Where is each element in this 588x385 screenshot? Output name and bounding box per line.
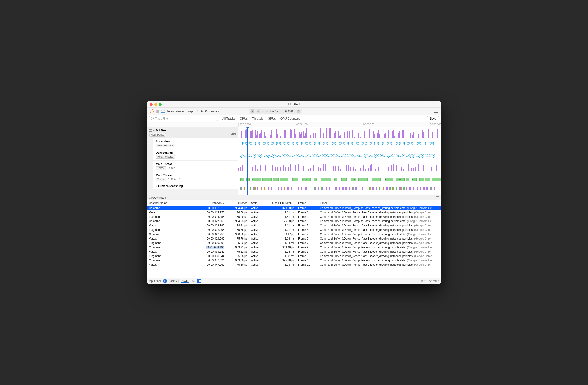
table-row[interactable]: Vertex 00:00.014.253 74.58 µs Active 1.3… [147, 210, 441, 214]
driver-label: Driver Processing [158, 184, 183, 188]
run-label: Run 12 of 12 [263, 110, 278, 113]
minimize-window-button[interactable] [154, 103, 157, 106]
sidebar-track-item[interactable]: Deallocation Metal Resource [153, 149, 238, 160]
filter-icon [151, 117, 154, 120]
zoom-window-button[interactable] [159, 103, 162, 106]
table-row[interactable]: Compute 00:00.013.315 904.46 µs Active 3… [147, 206, 441, 210]
info-icon[interactable]: i [297, 110, 300, 113]
chevron-right-icon: 〉 [197, 109, 199, 113]
laptop-icon [161, 110, 165, 113]
col-creation[interactable]: Creation▲ [189, 201, 226, 205]
table-row[interactable]: Compute 00:00.046.324 903.00 µs Active 3… [147, 258, 441, 263]
filter-mode-any[interactable]: ANY ▾ [169, 279, 179, 283]
run-prev-button[interactable]: ◀ [251, 109, 254, 113]
window-controls [150, 103, 162, 106]
layout-icon[interactable] [436, 196, 439, 199]
col-latency[interactable]: CPU to GPU Laten… [266, 201, 296, 205]
table-row[interactable]: Compute 00:00.028.756 900.50 µs Active 8… [147, 232, 441, 236]
add-button[interactable]: + [426, 109, 431, 114]
state-column-label: State [230, 132, 236, 135]
table-row[interactable]: Compute 00:00.038.306 903.21 µs Active 3… [147, 245, 441, 250]
col-duration[interactable]: Duration [226, 201, 249, 205]
track-group-header[interactable]: ▾ M1 Pro Metal Device State [147, 127, 238, 138]
table-row[interactable]: Vertex 00:00.029.696 75.79 µs Active 1.0… [147, 236, 441, 241]
ruler-ticks: 00:00.000 00:00.100 00:00.200 00:00.300 [238, 122, 441, 127]
chevron-right-icon[interactable]: ▸ [156, 185, 157, 187]
time-ruler[interactable]: 00:00.000 00:00.100 00:00.200 00:00.300 [147, 122, 441, 127]
table-row[interactable]: Vertex 00:00.039.240 75.21 µs Active 1.2… [147, 250, 441, 254]
filter-chip-icon[interactable]: ⚙ [163, 279, 167, 283]
device-badge: Metal Device [149, 133, 166, 136]
table-row[interactable]: Fragment 00:00.029.805 65.83 µs Active 1… [147, 241, 441, 245]
track-filter-placeholder: Track Filter [155, 117, 169, 120]
table-body[interactable]: Compute 00:00.013.315 904.46 µs Active 3… [147, 206, 441, 278]
sidebar-track-item[interactable]: Main Thread Thread0x124eef [153, 172, 238, 183]
breadcrumb[interactable]: fbeaufort-macbookpro 〉 All Processes [161, 109, 219, 113]
toolbar: ▮▮ fbeaufort-macbookpro 〉 All Processes … [147, 108, 441, 115]
breadcrumb-host: fbeaufort-macbookpro [166, 109, 195, 113]
footer-bar: Input filter ⚙ ANY ▾ Dawn_ ⊗ 1 of 315 se… [147, 278, 441, 284]
sidebar-track-item[interactable]: Main Thread Thread0xfce [153, 160, 238, 172]
updown-icon: ▴▾ [165, 196, 166, 199]
filter-bar: Track Filter All Tracks CPUs Threads GPU… [147, 115, 441, 122]
tab-gpu-counters[interactable]: GPU Counters [280, 117, 300, 120]
col-channel[interactable]: Channel Name [147, 201, 189, 205]
tracks-panel: ▾ M1 Pro Metal Device State Allocation M… [147, 127, 441, 195]
sort-asc-icon: ▲ [223, 202, 224, 204]
table-row[interactable]: Compute 00:00.027.260 904.33 µs Active 1… [147, 219, 441, 223]
section-label: GPU Activity [149, 196, 164, 199]
table-row[interactable]: Fragment 00:00.039.344 65.58 µs Active 1… [147, 254, 441, 258]
table-row[interactable]: Vertex 00:00.028.195 74.21 µs Active 1.1… [147, 223, 441, 228]
run-time: 00:00:00 [284, 110, 294, 113]
playhead[interactable] [247, 127, 249, 195]
table-row[interactable]: Fragment 00:00.014.355 65.29 µs Active 1… [147, 214, 441, 219]
table-header: Channel Name Creation▲ Duration State CP… [147, 200, 441, 206]
titlebar: Untitled [147, 101, 441, 108]
clear-filter-button[interactable]: ⊗ [192, 279, 195, 283]
save-button[interactable]: Save [427, 116, 439, 121]
pause-button[interactable]: ▮▮ [156, 109, 159, 113]
tab-cpus[interactable]: CPUs [240, 117, 248, 120]
sidebar-item-driver[interactable]: ▸ Driver Processing [153, 183, 238, 189]
input-filter-field[interactable]: Dawn_ [181, 279, 189, 283]
selection-status: 1 of 315 selected [418, 279, 439, 283]
tab-all-tracks[interactable]: All Tracks [222, 117, 235, 120]
tab-gpus[interactable]: GPUs [268, 117, 276, 120]
window-title: Untitled [289, 103, 299, 106]
run-selector[interactable]: ◀ ▶ Run 12 of 12 | 00:00:00 i [249, 109, 302, 114]
sidebar-track-item[interactable]: Allocation Metal Resource [153, 138, 238, 149]
table-row[interactable]: Vertex 00:00.047.260 75.50 µs Active 1.3… [147, 263, 441, 267]
col-state[interactable]: State [249, 201, 266, 205]
app-window: Untitled ▮▮ fbeaufort-macbookpro 〉 All P… [147, 101, 441, 284]
timeline-canvas[interactable]: TTTTTTTTTTTTTTTTTTTTTTTTTTTTTTTTTTTTTTTT… [238, 127, 441, 195]
filter-toggle[interactable] [197, 279, 201, 283]
track-group-name: M1 Pro [156, 129, 166, 132]
panel-toggle-button[interactable] [434, 110, 438, 113]
tab-threads[interactable]: Threads [252, 117, 263, 120]
section-selector[interactable]: GPU Activity ▴▾ [147, 195, 441, 200]
track-filter-input[interactable]: Track Filter [149, 116, 218, 121]
col-label[interactable]: Label [318, 201, 441, 205]
run-next-button[interactable]: ▶ [256, 109, 260, 113]
track-tabs: All Tracks CPUs Threads GPUs GPU Counter… [222, 117, 300, 120]
table-row[interactable]: Fragment 00:00.028.296 65.75 µs Active 1… [147, 228, 441, 232]
close-window-button[interactable] [150, 103, 152, 106]
input-filter-label: Input filter [149, 279, 161, 283]
breadcrumb-scope: All Processes [201, 109, 219, 113]
record-button[interactable] [150, 109, 154, 113]
tracks-sidebar: ▾ M1 Pro Metal Device State Allocation M… [147, 127, 238, 195]
col-frame[interactable]: Frame [296, 201, 318, 205]
grid-icon [149, 129, 152, 132]
chevron-down-icon[interactable]: ▾ [153, 129, 155, 132]
